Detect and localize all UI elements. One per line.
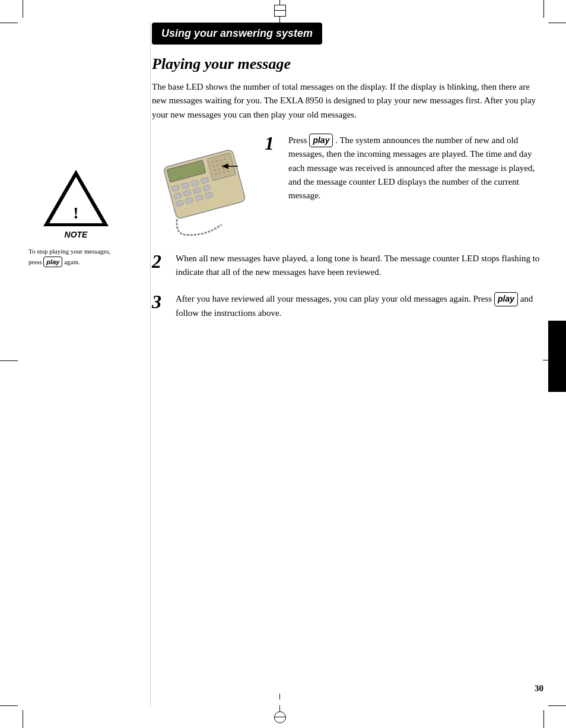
page-number: 30: [535, 683, 543, 694]
crop-tc-h: [274, 10, 286, 11]
step1-area: 1 Press play . The system announces the …: [152, 134, 543, 240]
svg-rect-0: [163, 149, 246, 219]
step-3: 3 After you have reviewed all your messa…: [152, 292, 543, 320]
step-2: 2 When all new messages have played, a l…: [152, 252, 543, 280]
crop-bc-v1: [279, 705, 280, 711]
section-header: Using your answering system: [152, 23, 322, 45]
page: ! NOTE To stop playing your messages, pr…: [23, 23, 543, 705]
step-1-text: Press play . The system announces the nu…: [288, 134, 543, 203]
crop-mark-lc-h: [0, 360, 18, 361]
crop-circle-bottom: [274, 711, 286, 723]
main-content: Using your answering system Playing your…: [152, 23, 543, 705]
step-1-play-button: play: [309, 134, 333, 148]
note-label: NOTE: [28, 230, 123, 239]
crop-mark-br-v: [543, 710, 544, 728]
vertical-divider: [150, 23, 151, 705]
crop-mark-tr-h: [548, 23, 566, 23]
page-heading: Playing your message: [152, 55, 543, 73]
crop-mark-tl-v: [23, 0, 23, 18]
step-2-text: When all new messages have played, a lon…: [176, 252, 543, 280]
step1-content: 1 Press play . The system announces the …: [265, 134, 543, 240]
crop-bc-h: [274, 717, 286, 717]
right-tab: [548, 321, 566, 392]
phone-svg: [152, 134, 253, 238]
sidebar: ! NOTE To stop playing your messages, pr…: [23, 23, 141, 705]
step-1: 1 Press play . The system announces the …: [265, 134, 543, 203]
crop-tc-v1: [279, 0, 280, 5]
crop-mark-bl-h: [0, 705, 18, 706]
phone-image: [152, 134, 253, 240]
step-3-number: 3: [152, 292, 168, 311]
step-3-text-before: After you have reviewed all your message…: [176, 294, 492, 303]
note-text: To stop playing your messages, press pla…: [28, 246, 123, 267]
step-3-text: After you have reviewed all your message…: [176, 292, 543, 320]
note-play-button: play: [43, 257, 62, 268]
crop-circle-top: [274, 5, 286, 17]
crop-mark-br-h: [548, 705, 566, 706]
step-1-number: 1: [265, 134, 281, 153]
crop-mark-tr-v: [543, 0, 544, 18]
note-box: ! NOTE To stop playing your messages, pr…: [28, 170, 123, 267]
step-2-number: 2: [152, 252, 168, 271]
step-1-press: Press: [288, 135, 307, 145]
crop-tc-v2: [279, 17, 280, 23]
note-triangle-container: !: [43, 170, 109, 226]
crop-mark-bl-v: [23, 710, 23, 728]
exclamation-mark: !: [73, 205, 78, 221]
note-text-after: again.: [64, 258, 80, 265]
intro-text: The base LED shows the number of total m…: [152, 80, 543, 122]
crop-mark-tl-h: [0, 23, 18, 23]
step-3-play-button: play: [494, 292, 518, 306]
